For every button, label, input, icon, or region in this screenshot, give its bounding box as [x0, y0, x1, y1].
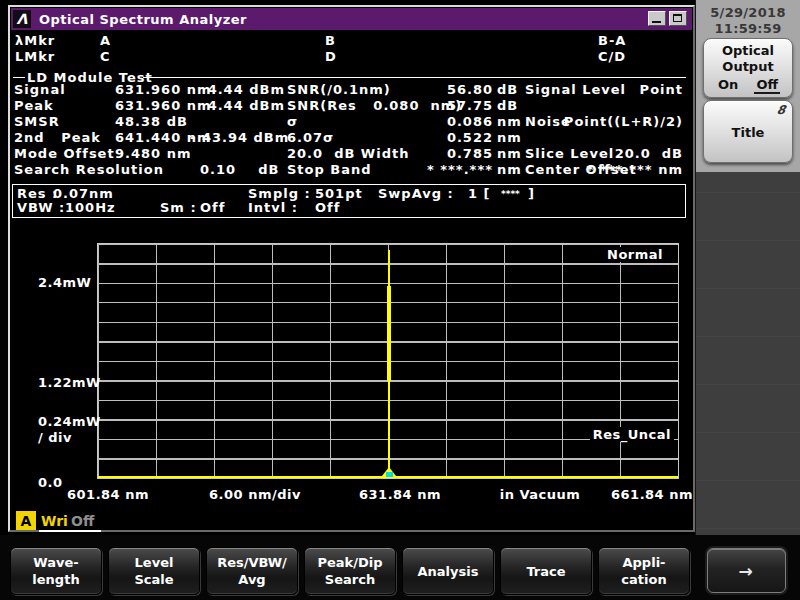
- sm-value: Off: [200, 200, 225, 215]
- level-marker-label: LMkr: [15, 49, 55, 64]
- time-text: 11:59:59: [696, 21, 800, 37]
- menu-trace-button[interactable]: Trace: [500, 547, 592, 595]
- vbw-label: VBW :: [17, 200, 65, 215]
- measurement-label: 6.07σ: [287, 130, 334, 145]
- swpavg-close: ]: [528, 186, 535, 201]
- trace-badge-underline: [39, 530, 101, 532]
- menu-button-label: Res/VBW/: [207, 554, 297, 571]
- optical-output-on[interactable]: On: [718, 77, 738, 94]
- menu-more-button[interactable]: →: [707, 548, 786, 593]
- measurement-value: 0.086: [400, 114, 493, 129]
- function-menu-bar: Wave- length Level Scale Res/VBW/ Avg Pe…: [0, 535, 800, 600]
- clock: 5/29/2018 11:59:59: [696, 5, 800, 37]
- menu-button-label: Appli-: [599, 554, 689, 571]
- measurement-label: Mode Offset: [14, 146, 115, 161]
- res-uncal-label: Res_Uncal: [590, 427, 674, 442]
- sweep-condition-bar: Res : 0.07nm Smplg : 501pt SwpAvg : 1 [ …: [12, 184, 686, 218]
- text-entry-icon: 8: [775, 103, 786, 117]
- menu-button-label: Peak/Dip: [305, 554, 395, 571]
- measurement-value: Point((L+R)/2): [552, 114, 683, 129]
- plot-area: Normal Res_Uncal: [97, 243, 679, 479]
- measurement-value: * ***.***: [400, 162, 493, 177]
- right-arrow-icon: →: [738, 561, 754, 581]
- y-axis-per-div: 0.24mW: [38, 414, 101, 429]
- display-area: λMkr A B B-A LMkr C D C/D LD Module Test…: [10, 7, 693, 530]
- menu-peak-dip-search-button[interactable]: Peak/Dip Search: [304, 547, 396, 595]
- menu-button-label: Scale: [109, 571, 199, 588]
- title-button-label: Title: [704, 125, 792, 140]
- separator-line: [143, 77, 686, 78]
- menu-button-label: Avg: [207, 571, 297, 588]
- measurement-value: 9.480 nm: [115, 146, 191, 161]
- measurement-value: 0.10 dB: [200, 162, 279, 177]
- swpavg-label: SwpAvg :: [378, 186, 454, 201]
- swpavg-stars: ****: [501, 187, 520, 202]
- menu-analysis-button[interactable]: Analysis: [402, 547, 494, 595]
- measurement-label: σ: [287, 114, 298, 129]
- menu-wavelength-button[interactable]: Wave- length: [10, 547, 102, 595]
- optical-output-line1: Optical: [704, 43, 792, 59]
- measurement-unit: dB: [497, 98, 518, 113]
- y-axis-per-div-unit: / div: [38, 430, 72, 445]
- measurement-label: Peak: [14, 98, 54, 113]
- softkey-panel: 5/29/2018 11:59:59 Optical Output On Off…: [695, 0, 800, 543]
- measurement-value: - 43.94 dBm: [190, 130, 285, 145]
- menu-button-label: Search: [305, 571, 395, 588]
- measurement-label: 20.0 dB Width: [287, 146, 409, 161]
- measurement-unit: dB: [497, 82, 518, 97]
- measurement-unit: nm: [497, 130, 522, 145]
- measurement-value: * ***.*** nm: [552, 162, 683, 177]
- menu-button-label: Level: [109, 554, 199, 571]
- marker-c: C: [100, 49, 111, 64]
- lambda-marker-label: λMkr: [15, 33, 55, 48]
- sm-label: Sm :: [160, 200, 197, 215]
- measurement-value: 48.38 dB: [115, 114, 188, 129]
- menu-level-scale-button[interactable]: Level Scale: [108, 547, 200, 595]
- measurement-label: Search Resolution: [14, 162, 164, 177]
- marker-d: D: [325, 49, 337, 64]
- marker-a: A: [100, 33, 111, 48]
- trace-spike: [388, 250, 390, 476]
- intvl-value: Off: [315, 200, 340, 215]
- trace-state: Off: [71, 513, 94, 529]
- measurement-value: 57.75: [400, 98, 493, 113]
- menu-res-vbw-avg-button[interactable]: Res/VBW/ Avg: [206, 547, 298, 595]
- menu-button-label: Wave-: [11, 554, 101, 571]
- res-value: 0.07nm: [53, 186, 114, 201]
- measurement-value: 56.80: [400, 82, 493, 97]
- swpavg-value: 1 [: [468, 186, 491, 201]
- marker-c-d: C/D: [598, 49, 626, 64]
- menu-button-label: Analysis: [403, 563, 493, 580]
- optical-output-off[interactable]: Off: [754, 77, 780, 94]
- separator-line: [13, 77, 25, 78]
- marker-b: B: [325, 33, 336, 48]
- marker-b-a: B-A: [598, 33, 626, 48]
- intvl-label: Intvl :: [248, 200, 298, 215]
- title-button[interactable]: 8 Title: [703, 100, 793, 163]
- measurement-label: Stop Band: [287, 162, 372, 177]
- measurement-unit: nm: [497, 114, 522, 129]
- optical-output-button[interactable]: Optical Output On Off: [703, 38, 793, 98]
- y-axis-zero: 0.0: [38, 475, 63, 490]
- trace-letter-badge: A: [16, 511, 36, 530]
- measurement-value: Point: [552, 82, 683, 97]
- menu-button-label: cation: [599, 571, 689, 588]
- menu-button-label: length: [11, 571, 101, 588]
- app-window: Λ Optical Spectrum Analyzer λMkr A B B-A…: [8, 5, 695, 532]
- date-text: 5/29/2018: [696, 5, 800, 21]
- menu-button-label: Trace: [501, 563, 591, 580]
- measurement-label: 2nd Peak: [14, 130, 101, 145]
- measurement-value: 0.785: [400, 146, 493, 161]
- x-axis-div: 6.00 nm/div: [209, 487, 301, 502]
- smplg-label: Smplg :: [248, 186, 311, 201]
- x-axis-start: 601.84 nm: [67, 487, 149, 502]
- measurement-unit: nm: [497, 162, 522, 177]
- screen: Λ Optical Spectrum Analyzer λMkr A B B-A…: [0, 0, 800, 600]
- menu-application-button[interactable]: Appli- cation: [598, 547, 690, 595]
- measurement-label: Signal: [14, 82, 66, 97]
- y-axis-label-upper: 2.4mW: [38, 275, 91, 290]
- trace-write-mode: Wri: [41, 513, 68, 529]
- optical-output-line2: Output: [704, 59, 792, 75]
- trace-mode-label: Normal: [604, 247, 666, 262]
- measurement-unit: nm: [497, 146, 522, 161]
